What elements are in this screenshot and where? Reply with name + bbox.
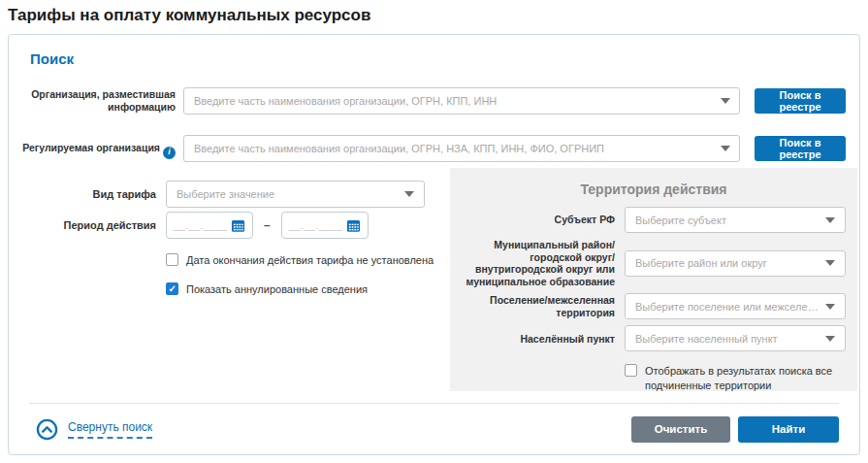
publisher-label: Организация, разместившая информацию xyxy=(30,88,176,114)
show-annulled-checkbox[interactable] xyxy=(166,282,178,295)
regulated-registry-search-button[interactable]: Поиск в реестре xyxy=(755,136,846,161)
period-from-placeholder: __.__.____ xyxy=(174,220,227,231)
chevron-down-icon xyxy=(825,336,835,342)
no-end-date-checkbox[interactable] xyxy=(166,253,178,266)
locality-row: Населённый пункт Выберите населенный пун… xyxy=(462,325,846,351)
regulated-input[interactable] xyxy=(183,135,740,162)
calendar-icon[interactable] xyxy=(231,218,245,233)
tariff-type-label: Вид тарифа xyxy=(30,188,156,200)
publisher-label-text: Организация, разместившая информацию xyxy=(30,88,176,114)
chevron-down-icon[interactable] xyxy=(721,98,730,104)
subject-label: Субъект РФ xyxy=(462,214,615,226)
settlement-label: Поселение/межселенная территория xyxy=(462,294,615,318)
territory-panel: Территория действия Субъект РФ Выберите … xyxy=(450,168,857,391)
publisher-input[interactable] xyxy=(183,87,740,115)
chevron-up-circle-icon[interactable] xyxy=(36,418,58,441)
territory-heading: Территория действия xyxy=(462,182,846,197)
calendar-icon[interactable] xyxy=(346,218,361,233)
tariff-type-row: Вид тарифа Выберите значение xyxy=(30,181,450,208)
chevron-down-icon xyxy=(825,217,835,223)
clear-button[interactable]: Очистить xyxy=(631,416,730,443)
chevron-down-icon xyxy=(825,304,835,310)
subject-select-placeholder: Выберите субъект xyxy=(635,215,726,226)
regulated-input-wrap xyxy=(183,135,740,162)
publisher-input-wrap xyxy=(183,87,740,115)
page-title: Тарифы на оплату коммунальных ресурсов xyxy=(8,6,868,25)
subject-row: Субъект РФ Выберите субъект xyxy=(462,207,846,233)
publisher-row: Организация, разместившая информацию Пои… xyxy=(30,87,846,115)
period-to-input[interactable]: __.__.____ xyxy=(281,212,369,239)
no-end-date-checkbox-label: Дата окончания действия тарифа не устано… xyxy=(186,253,434,268)
regulated-label: Регулируемая организация i xyxy=(30,142,176,154)
municipality-label: Муниципальный район/городской округ/внут… xyxy=(462,239,615,287)
settlement-select-placeholder: Выберите поселение или межселенную т... xyxy=(635,301,820,313)
collapse-search-label: Свернуть поиск xyxy=(68,420,152,439)
chevron-down-icon xyxy=(825,260,835,266)
period-separator: – xyxy=(264,218,271,232)
publisher-registry-search-button[interactable]: Поиск в реестре xyxy=(755,88,846,114)
subject-select[interactable]: Выберите субъект xyxy=(625,207,846,233)
subordinate-territories-checkbox-label: Отображать в результатах поиска все подч… xyxy=(645,364,846,393)
show-annulled-checkbox-row[interactable]: Показать аннулированные сведения xyxy=(166,282,450,297)
locality-select-placeholder: Выберите населенный пункт xyxy=(635,333,778,345)
info-icon[interactable]: i xyxy=(163,147,176,159)
chevron-down-icon xyxy=(404,191,414,197)
subordinate-territories-checkbox[interactable] xyxy=(625,364,637,377)
footer-buttons: Очистить Найти xyxy=(631,416,839,443)
show-annulled-checkbox-label: Показать аннулированные сведения xyxy=(186,282,368,297)
search-panel: Поиск Организация, разместившая информац… xyxy=(8,34,860,455)
chevron-down-icon[interactable] xyxy=(721,146,730,151)
tariff-type-select-placeholder: Выберите значение xyxy=(177,188,274,200)
settlement-row: Поселение/межселенная территория Выберит… xyxy=(462,293,846,319)
regulated-row: Регулируемая организация i Поиск в реест… xyxy=(30,135,846,162)
collapse-search-link[interactable]: Свернуть поиск xyxy=(36,418,152,441)
middle-section: Вид тарифа Выберите значение Период дейс… xyxy=(30,168,857,391)
search-panel-footer: Свернуть поиск Очистить Найти xyxy=(29,403,839,454)
subordinate-territories-checkbox-row[interactable]: Отображать в результатах поиска все подч… xyxy=(625,364,846,393)
no-end-date-checkbox-row[interactable]: Дата окончания действия тарифа не устано… xyxy=(166,253,450,268)
settlement-select[interactable]: Выберите поселение или межселенную т... xyxy=(625,293,846,319)
locality-label: Населённый пункт xyxy=(462,333,615,346)
municipality-row: Муниципальный район/городской округ/внут… xyxy=(462,239,846,287)
find-button[interactable]: Найти xyxy=(738,416,839,443)
regulated-label-text: Регулируемая организация xyxy=(22,142,160,154)
period-to-placeholder: __.__.____ xyxy=(289,220,342,231)
search-heading: Поиск xyxy=(30,50,859,67)
search-panel-body: Поиск Организация, разместившая информац… xyxy=(9,35,859,403)
municipality-select-placeholder: Выберите район или округ xyxy=(635,257,767,269)
locality-select[interactable]: Выберите населенный пункт xyxy=(625,325,846,351)
period-from-input[interactable]: __.__.____ xyxy=(166,212,253,239)
municipality-select[interactable]: Выберите район или округ xyxy=(625,250,846,277)
period-row: Период действия __.__.____ – xyxy=(30,212,450,239)
tariff-type-select[interactable]: Выберите значение xyxy=(166,181,425,208)
left-column: Вид тарифа Выберите значение Период дейс… xyxy=(30,168,450,297)
period-label: Период действия xyxy=(30,219,156,231)
